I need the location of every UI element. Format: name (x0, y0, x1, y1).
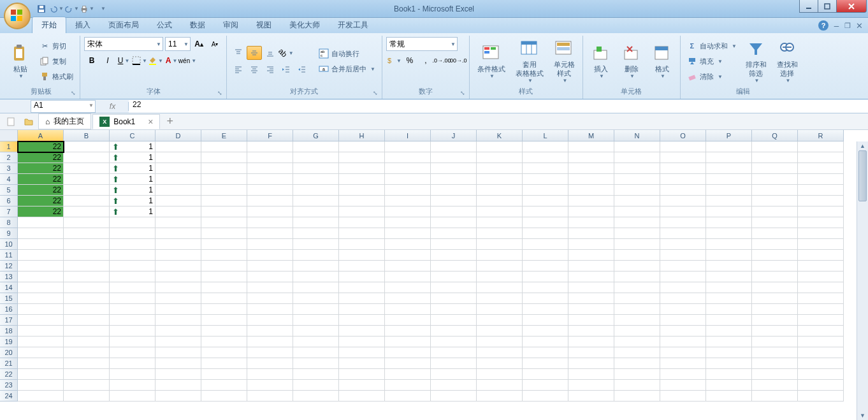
cell-A6[interactable]: 22 (18, 196, 64, 206)
cell-styles-button[interactable]: 单元格 样式▼ (550, 37, 579, 85)
cell-F19[interactable] (247, 337, 293, 347)
doc-close[interactable]: ✕ (856, 21, 863, 31)
cell-I8[interactable] (385, 217, 431, 228)
cell-K12[interactable] (477, 261, 523, 272)
cell-K7[interactable] (477, 206, 523, 217)
cell-R17[interactable] (798, 315, 844, 326)
cell-O19[interactable] (660, 337, 706, 347)
cell-L21[interactable] (523, 358, 568, 369)
col-header-G[interactable]: G (293, 130, 339, 141)
cell-I18[interactable] (385, 326, 431, 337)
cell-P1[interactable] (706, 141, 752, 152)
row-header-4[interactable]: 4 (0, 174, 18, 185)
bold-button[interactable]: B (84, 54, 99, 68)
cell-Q11[interactable] (752, 250, 798, 261)
cell-G13[interactable] (293, 272, 339, 282)
cell-E19[interactable] (201, 337, 247, 347)
cell-M12[interactable] (568, 261, 614, 272)
cell-M23[interactable] (568, 380, 614, 391)
cell-J5[interactable] (431, 185, 477, 196)
cell-F22[interactable] (247, 369, 293, 380)
cell-P6[interactable] (706, 196, 752, 206)
tab-view[interactable]: 视图 (247, 17, 280, 33)
cell-P7[interactable] (706, 206, 752, 217)
cell-N2[interactable] (614, 152, 660, 163)
number-format-combo[interactable]: 常规▼ (386, 37, 458, 51)
align-center-button[interactable] (247, 62, 262, 76)
cell-J13[interactable] (431, 272, 477, 282)
cell-C12[interactable] (110, 261, 156, 272)
cell-E13[interactable] (201, 272, 247, 282)
cell-F9[interactable] (247, 228, 293, 239)
cell-B13[interactable] (64, 272, 110, 282)
cell-B9[interactable] (64, 228, 110, 239)
cell-B3[interactable] (64, 163, 110, 174)
cell-N19[interactable] (614, 337, 660, 347)
cell-E7[interactable] (201, 206, 247, 217)
cell-P2[interactable] (706, 152, 752, 163)
cell-H7[interactable] (339, 206, 385, 217)
row-header-18[interactable]: 18 (0, 326, 18, 337)
cell-Q12[interactable] (752, 261, 798, 272)
cell-N15[interactable] (614, 293, 660, 304)
cell-J24[interactable] (431, 391, 477, 402)
cell-I21[interactable] (385, 358, 431, 369)
comma-button[interactable]: , (418, 54, 433, 68)
cell-M17[interactable] (568, 315, 614, 326)
cell-R7[interactable] (798, 206, 844, 217)
cell-B21[interactable] (64, 358, 110, 369)
cell-J10[interactable] (431, 239, 477, 250)
cell-N16[interactable] (614, 304, 660, 315)
number-expand[interactable]: ⤡ (460, 90, 468, 98)
cell-A16[interactable] (18, 304, 64, 315)
cell-F10[interactable] (247, 239, 293, 250)
increase-indent-button[interactable] (294, 62, 310, 76)
cell-G24[interactable] (293, 391, 339, 402)
cell-M6[interactable] (568, 196, 614, 206)
tab-developer[interactable]: 开发工具 (329, 17, 377, 33)
cell-G15[interactable] (293, 293, 339, 304)
cell-L13[interactable] (523, 272, 568, 282)
cell-K3[interactable] (477, 163, 523, 174)
cell-H14[interactable] (339, 282, 385, 293)
cell-K1[interactable] (477, 141, 523, 152)
cell-O20[interactable] (660, 347, 706, 358)
row-header-7[interactable]: 7 (0, 206, 18, 217)
cell-L15[interactable] (523, 293, 568, 304)
cell-P23[interactable] (706, 380, 752, 391)
cell-F13[interactable] (247, 272, 293, 282)
cell-G14[interactable] (293, 282, 339, 293)
cell-K2[interactable] (477, 152, 523, 163)
office-button[interactable] (4, 3, 31, 29)
cell-G11[interactable] (293, 250, 339, 261)
cell-N3[interactable] (614, 163, 660, 174)
cell-F7[interactable] (247, 206, 293, 217)
cell-Q9[interactable] (752, 228, 798, 239)
cell-B12[interactable] (64, 261, 110, 272)
cell-R9[interactable] (798, 228, 844, 239)
cell-H1[interactable] (339, 141, 385, 152)
cell-J11[interactable] (431, 250, 477, 261)
cell-E21[interactable] (201, 358, 247, 369)
cell-O21[interactable] (660, 358, 706, 369)
col-header-N[interactable]: N (614, 130, 660, 141)
row-header-16[interactable]: 16 (0, 304, 18, 315)
cell-P13[interactable] (706, 272, 752, 282)
cell-H17[interactable] (339, 315, 385, 326)
cell-N14[interactable] (614, 282, 660, 293)
cell-C10[interactable] (110, 239, 156, 250)
cell-N20[interactable] (614, 347, 660, 358)
cell-P17[interactable] (706, 315, 752, 326)
cell-H12[interactable] (339, 261, 385, 272)
cell-O1[interactable] (660, 141, 706, 152)
col-header-E[interactable]: E (201, 130, 247, 141)
cell-D13[interactable] (156, 272, 201, 282)
cell-B6[interactable] (64, 196, 110, 206)
cell-Q15[interactable] (752, 293, 798, 304)
cell-N24[interactable] (614, 391, 660, 402)
qat-customize[interactable]: ▼ (96, 2, 110, 16)
align-right-button[interactable] (263, 62, 278, 76)
cell-D6[interactable] (156, 196, 201, 206)
cell-R1[interactable] (798, 141, 844, 152)
cell-Q22[interactable] (752, 369, 798, 380)
